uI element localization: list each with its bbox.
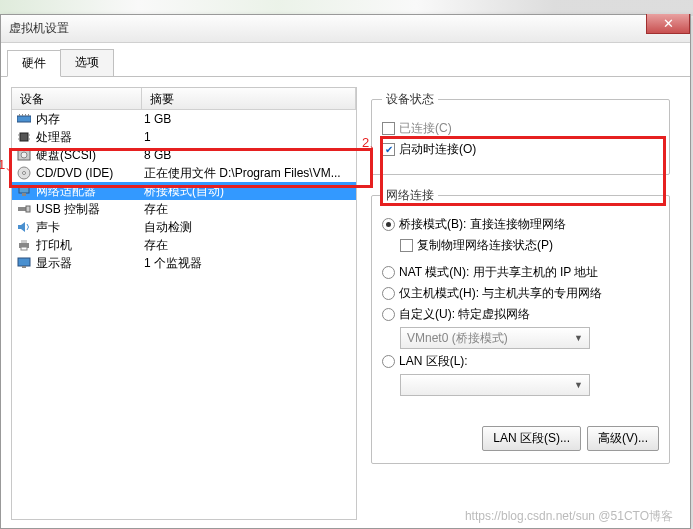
display-icon bbox=[16, 255, 32, 271]
titlebar: 虚拟机设置 ✕ bbox=[1, 15, 690, 43]
device-summary: 1 个监视器 bbox=[144, 255, 352, 272]
annotation-2: 2、 bbox=[362, 134, 382, 152]
device-summary: 存在 bbox=[144, 237, 352, 254]
details-panel: 设备状态 已连接(C) ✔ 启动时连接(O) 网络连接 桥接模式(B): 直接连… bbox=[367, 87, 680, 520]
header-summary: 摘要 bbox=[142, 88, 356, 109]
svg-rect-1 bbox=[19, 114, 20, 116]
svg-rect-15 bbox=[22, 193, 26, 196]
cpu-icon bbox=[16, 129, 32, 145]
settings-window: 虚拟机设置 ✕ 硬件 选项 设备 摘要 内存1 GB处理器1硬盘(SCSI)8 … bbox=[0, 14, 691, 529]
svg-rect-14 bbox=[19, 187, 29, 193]
list-header: 设备 摘要 bbox=[12, 88, 356, 110]
custom-radio[interactable] bbox=[382, 308, 395, 321]
svg-point-13 bbox=[23, 172, 26, 175]
lan-radio[interactable] bbox=[382, 355, 395, 368]
device-summary: 自动检测 bbox=[144, 219, 352, 236]
device-status-legend: 设备状态 bbox=[382, 91, 438, 108]
chevron-down-icon: ▼ bbox=[574, 380, 583, 390]
network-connection-group: 网络连接 桥接模式(B): 直接连接物理网络 复制物理网络连接状态(P) NAT… bbox=[371, 187, 670, 464]
nat-label: NAT 模式(N): 用于共享主机的 IP 地址 bbox=[399, 264, 598, 281]
svg-rect-2 bbox=[22, 114, 23, 116]
custom-label: 自定义(U): 特定虚拟网络 bbox=[399, 306, 530, 323]
watermark: https://blog.csdn.net/sun @51CTO博客 bbox=[465, 508, 673, 525]
usb-icon bbox=[16, 201, 32, 217]
tab-options[interactable]: 选项 bbox=[60, 49, 114, 76]
device-name: 网络适配器 bbox=[36, 183, 144, 200]
replicate-label: 复制物理网络连接状态(P) bbox=[417, 237, 553, 254]
svg-rect-4 bbox=[28, 114, 29, 116]
network-legend: 网络连接 bbox=[382, 187, 438, 204]
device-name: 显示器 bbox=[36, 255, 144, 272]
svg-rect-0 bbox=[17, 116, 31, 122]
device-name: 内存 bbox=[36, 111, 144, 128]
device-status-group: 设备状态 已连接(C) ✔ 启动时连接(O) bbox=[371, 91, 670, 175]
device-summary: 8 GB bbox=[144, 148, 352, 162]
header-device: 设备 bbox=[12, 88, 142, 109]
hostonly-radio[interactable] bbox=[382, 287, 395, 300]
close-button[interactable]: ✕ bbox=[646, 14, 690, 34]
bridged-label: 桥接模式(B): 直接连接物理网络 bbox=[399, 216, 566, 233]
svg-marker-18 bbox=[18, 222, 25, 232]
device-name: CD/DVD (IDE) bbox=[36, 166, 144, 180]
device-summary: 桥接模式(自动) bbox=[144, 183, 352, 200]
device-row[interactable]: 显示器1 个监视器 bbox=[12, 254, 356, 272]
device-list: 设备 摘要 内存1 GB处理器1硬盘(SCSI)8 GBCD/DVD (IDE)… bbox=[11, 87, 357, 520]
lan-combo: ▼ bbox=[400, 374, 590, 396]
memory-icon bbox=[16, 111, 32, 127]
device-row[interactable]: 打印机存在 bbox=[12, 236, 356, 254]
device-row[interactable]: 内存1 GB bbox=[12, 110, 356, 128]
svg-point-11 bbox=[21, 152, 27, 158]
device-summary: 存在 bbox=[144, 201, 352, 218]
svg-rect-22 bbox=[18, 258, 30, 266]
svg-rect-3 bbox=[25, 114, 26, 116]
device-summary: 正在使用文件 D:\Program Files\VM... bbox=[144, 165, 352, 182]
device-name: 处理器 bbox=[36, 129, 144, 146]
device-name: USB 控制器 bbox=[36, 201, 144, 218]
device-row[interactable]: 网络适配器桥接模式(自动) bbox=[12, 182, 356, 200]
device-row[interactable]: 声卡自动检测 bbox=[12, 218, 356, 236]
hostonly-label: 仅主机模式(H): 与主机共享的专用网络 bbox=[399, 285, 602, 302]
printer-icon bbox=[16, 237, 32, 253]
svg-rect-21 bbox=[21, 247, 27, 250]
svg-rect-5 bbox=[20, 133, 28, 141]
svg-rect-23 bbox=[22, 266, 26, 268]
advanced-button[interactable]: 高级(V)... bbox=[587, 426, 659, 451]
bridged-radio[interactable] bbox=[382, 218, 395, 231]
connected-checkbox bbox=[382, 122, 395, 135]
lan-segments-button[interactable]: LAN 区段(S)... bbox=[482, 426, 581, 451]
lan-label: LAN 区段(L): bbox=[399, 353, 468, 370]
chevron-down-icon: ▼ bbox=[574, 333, 583, 343]
tab-bar: 硬件 选项 bbox=[1, 43, 690, 77]
hdd-icon bbox=[16, 147, 32, 163]
sound-icon bbox=[16, 219, 32, 235]
connect-on-power-checkbox[interactable]: ✔ bbox=[382, 143, 395, 156]
vmnet-combo: VMnet0 (桥接模式) ▼ bbox=[400, 327, 590, 349]
device-row[interactable]: USB 控制器存在 bbox=[12, 200, 356, 218]
device-row[interactable]: 硬盘(SCSI)8 GB bbox=[12, 146, 356, 164]
window-title: 虚拟机设置 bbox=[9, 20, 69, 37]
connected-label: 已连接(C) bbox=[399, 120, 452, 137]
tab-hardware[interactable]: 硬件 bbox=[7, 50, 61, 77]
nat-radio[interactable] bbox=[382, 266, 395, 279]
connect-on-power-label: 启动时连接(O) bbox=[399, 141, 476, 158]
svg-rect-17 bbox=[26, 206, 30, 212]
device-name: 打印机 bbox=[36, 237, 144, 254]
annotation-1: 1、 bbox=[0, 156, 18, 174]
device-row[interactable]: 处理器1 bbox=[12, 128, 356, 146]
replicate-checkbox[interactable] bbox=[400, 239, 413, 252]
device-name: 声卡 bbox=[36, 219, 144, 236]
net-icon bbox=[16, 183, 32, 199]
device-row[interactable]: CD/DVD (IDE)正在使用文件 D:\Program Files\VM..… bbox=[12, 164, 356, 182]
device-summary: 1 GB bbox=[144, 112, 352, 126]
svg-rect-20 bbox=[21, 240, 27, 243]
svg-rect-16 bbox=[18, 207, 26, 211]
cd-icon bbox=[16, 165, 32, 181]
vmnet-value: VMnet0 (桥接模式) bbox=[407, 330, 508, 347]
device-name: 硬盘(SCSI) bbox=[36, 147, 144, 164]
device-summary: 1 bbox=[144, 130, 352, 144]
